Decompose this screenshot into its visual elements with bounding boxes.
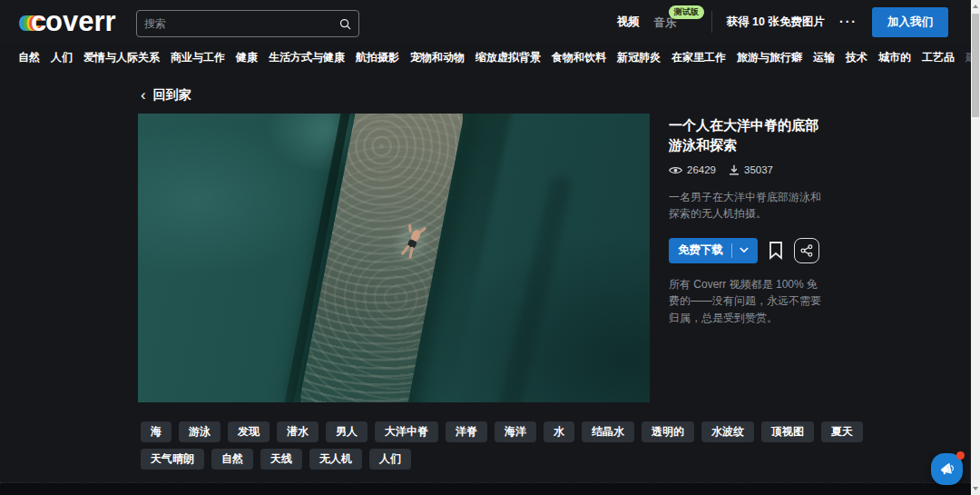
license-note: 所有 Coverr 视频都是 100% 免费的——没有问题，永远不需要归属，总是… bbox=[669, 276, 825, 327]
chevron-left-icon: ‹ bbox=[141, 88, 146, 103]
search-box[interactable] bbox=[136, 10, 359, 37]
share-button[interactable] bbox=[794, 238, 819, 263]
top-bar: c c c c c overr 视频 音乐 测试版 获得 10 张免费图片 ··… bbox=[0, 0, 971, 44]
tag[interactable]: 洋脊 bbox=[446, 421, 487, 442]
nav-item-nature[interactable]: 自然 bbox=[18, 50, 40, 65]
nav-item-aerial[interactable]: 航拍摄影 bbox=[356, 50, 399, 65]
search-icon[interactable] bbox=[331, 17, 358, 31]
video-player[interactable] bbox=[138, 114, 650, 402]
free-download-button[interactable]: 免费下载 bbox=[669, 238, 758, 263]
nav-item-love[interactable]: 爱情与人际关系 bbox=[83, 50, 160, 65]
logo-layer-white: c bbox=[31, 6, 45, 37]
bookmark-button[interactable] bbox=[769, 242, 783, 260]
download-options-caret[interactable] bbox=[732, 247, 749, 253]
eye-icon bbox=[669, 165, 682, 175]
tag[interactable]: 海 bbox=[141, 421, 172, 442]
nav-item-wfh[interactable]: 在家里工作 bbox=[671, 50, 726, 65]
downloads-count: 35037 bbox=[744, 164, 773, 175]
nav-item-crafts[interactable]: 工艺品 bbox=[922, 50, 955, 65]
nav-item-health[interactable]: 健康 bbox=[236, 50, 258, 65]
more-menu-icon[interactable]: ··· bbox=[839, 15, 858, 29]
tag[interactable]: 天线 bbox=[260, 449, 302, 470]
join-us-button[interactable]: 加入我们 bbox=[872, 7, 948, 37]
tag[interactable]: 发现 bbox=[228, 421, 270, 442]
music-link-wrap: 音乐 测试版 bbox=[654, 14, 677, 31]
videos-link[interactable]: 视频 bbox=[617, 15, 640, 30]
video-title: 一个人在大洋中脊的底部游泳和探索 bbox=[669, 115, 825, 155]
video-description: 一名男子在大洋中脊底部游泳和探索的无人机拍摄。 bbox=[669, 189, 825, 223]
nav-item-travel[interactable]: 旅游与旅行癖 bbox=[737, 50, 802, 65]
topbar-divider bbox=[711, 11, 712, 33]
logo-text: overr bbox=[45, 6, 116, 37]
tag[interactable]: 顶视图 bbox=[761, 421, 814, 442]
nav-item-people[interactable]: 人们 bbox=[51, 50, 73, 65]
tag[interactable]: 海洋 bbox=[495, 421, 536, 442]
nav-item-zoom-bg[interactable]: 缩放虚拟背景 bbox=[475, 50, 541, 65]
top-right-links: 视频 音乐 测试版 获得 10 张免费图片 ··· 加入我们 bbox=[617, 0, 948, 44]
nav-item-urban[interactable]: 城市的 bbox=[878, 50, 911, 65]
megaphone-icon bbox=[937, 460, 956, 478]
scrollbar-thumb[interactable] bbox=[972, 14, 979, 117]
nav-item-food[interactable]: 食物和饮料 bbox=[552, 50, 606, 65]
tag[interactable]: 水波纹 bbox=[701, 421, 754, 442]
search-input[interactable] bbox=[137, 17, 331, 30]
page-bottom-strip bbox=[0, 482, 971, 495]
coverr-logo[interactable]: c c c c c overr bbox=[18, 6, 136, 37]
back-link-label: 回到家 bbox=[153, 87, 191, 104]
tag[interactable]: 透明的 bbox=[642, 421, 694, 442]
tag-list: 海 游泳 发现 潜水 男人 大洋中脊 洋脊 海洋 水 结晶水 透明的 水波纹 顶… bbox=[141, 421, 867, 470]
action-buttons: 免费下载 bbox=[669, 238, 825, 263]
scrollbar-down-arrow[interactable] bbox=[973, 487, 978, 490]
category-nav: 自然 人们 爱情与人际关系 商业与工作 健康 生活方式与健康 航拍摄影 宠物和动… bbox=[18, 45, 962, 69]
tag[interactable]: 水 bbox=[544, 421, 574, 442]
tag[interactable]: 无人机 bbox=[309, 449, 362, 470]
bookmark-icon bbox=[769, 242, 783, 260]
download-icon bbox=[729, 164, 740, 176]
free-download-label: 免费下载 bbox=[678, 243, 731, 258]
share-icon bbox=[800, 244, 813, 257]
nav-item-transport[interactable]: 运输 bbox=[813, 50, 835, 65]
tag[interactable]: 天气晴朗 bbox=[141, 449, 204, 470]
back-link[interactable]: ‹ 回到家 bbox=[141, 87, 191, 104]
nav-item-tech[interactable]: 技术 bbox=[846, 50, 867, 65]
tag[interactable]: 结晶水 bbox=[582, 421, 634, 442]
chat-widget-button[interactable] bbox=[931, 453, 963, 485]
tag[interactable]: 夏天 bbox=[821, 421, 863, 442]
ocean-dark-streak-2 bbox=[481, 173, 573, 402]
beta-badge: 测试版 bbox=[669, 5, 704, 19]
page: c c c c c overr 视频 音乐 测试版 获得 10 张免费图片 ··… bbox=[0, 0, 980, 495]
video-info-panel: 一个人在大洋中脊的底部游泳和探索 26429 35037 一名男子在大洋中脊底部… bbox=[669, 115, 825, 326]
tag[interactable]: 游泳 bbox=[179, 421, 220, 442]
notification-dot bbox=[956, 451, 965, 460]
nav-item-lifestyle[interactable]: 生活方式与健康 bbox=[269, 50, 345, 65]
free-images-link[interactable]: 获得 10 张免费图片 bbox=[727, 15, 825, 30]
views-stat: 26429 bbox=[669, 164, 716, 175]
views-count: 26429 bbox=[687, 164, 716, 175]
nav-item-covid[interactable]: 新冠肺炎 bbox=[617, 50, 661, 65]
scrollbar[interactable] bbox=[971, 0, 980, 495]
tag[interactable]: 人们 bbox=[369, 449, 411, 470]
tag[interactable]: 自然 bbox=[211, 449, 253, 470]
scrollbar-up-arrow[interactable] bbox=[973, 5, 978, 8]
tag[interactable]: 潜水 bbox=[277, 421, 318, 442]
chevron-down-icon bbox=[740, 247, 749, 253]
nav-item-business[interactable]: 商业与工作 bbox=[171, 50, 225, 65]
downloads-stat: 35037 bbox=[729, 164, 773, 176]
tag[interactable]: 大洋中脊 bbox=[375, 421, 438, 442]
nav-item-animals[interactable]: 宠物和动物 bbox=[410, 50, 465, 65]
tag[interactable]: 男人 bbox=[326, 421, 368, 442]
video-stats: 26429 35037 bbox=[669, 164, 825, 176]
